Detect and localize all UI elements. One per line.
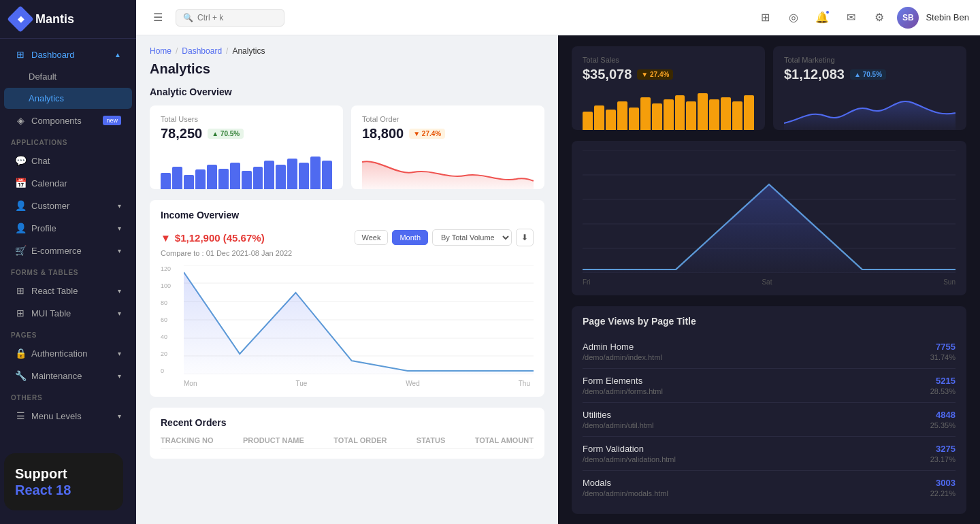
pv-url: /demo/admin/util.html	[583, 421, 654, 429]
pv-count: 4848	[930, 410, 956, 420]
support-widget[interactable]: Support React 18	[4, 453, 123, 510]
dark-stat-card-marketing: Total Marketing $1,12,083 ▲ 70.5%	[773, 46, 966, 130]
chevron-down-icon: ▾	[118, 350, 121, 357]
sidebar-item-calendar[interactable]: 📅 Calendar	[4, 172, 132, 194]
sidebar-item-label: Analytics	[29, 93, 64, 103]
settings-button[interactable]: ⚙	[868, 7, 890, 29]
month-button[interactable]: Month	[392, 230, 428, 245]
sidebar-item-maintenance[interactable]: 🔧 Maintenance ▾	[4, 365, 132, 387]
sidebar-item-label: Customer	[31, 201, 69, 211]
chevron-down-icon: ▾	[118, 247, 121, 255]
sidebar-item-analytics[interactable]: Analytics	[4, 88, 132, 109]
x-label: Tue	[295, 380, 307, 387]
sidebar-item-react-table[interactable]: ⊞ React Table ▾	[4, 280, 132, 301]
pv-pct: 23.17%	[930, 455, 956, 463]
topnav-left: ☰ 🔍	[147, 7, 284, 29]
sales-chart	[583, 89, 754, 130]
menu-toggle-button[interactable]: ☰	[147, 7, 169, 29]
download-button[interactable]: ⬇	[516, 229, 534, 246]
chevron-down-icon: ▾	[118, 287, 121, 295]
bar	[652, 103, 662, 130]
logo-icon: ◆	[7, 5, 34, 33]
bar	[184, 175, 194, 189]
bar	[172, 167, 182, 189]
breadcrumb-dashboard[interactable]: Dashboard	[182, 46, 222, 56]
bar	[195, 169, 206, 189]
order-chart	[362, 148, 534, 189]
sidebar-item-components[interactable]: ◈ Components new	[4, 110, 132, 131]
chevron-down-icon: ▾	[118, 310, 121, 317]
sidebar-item-profile[interactable]: 👤 Profile ▾	[4, 217, 132, 239]
week-button[interactable]: Week	[355, 230, 389, 245]
bar	[698, 93, 708, 130]
profile-icon: 👤	[15, 223, 26, 233]
dark-stat-label-marketing: Total Marketing	[784, 56, 956, 64]
sidebar-item-ecommerce[interactable]: 🛒 E-commerce ▾	[4, 240, 132, 261]
stats-row: Total Users 78,250 ▲ 70.5%	[150, 105, 544, 189]
notifications-button[interactable]: 🔔	[811, 7, 833, 29]
x-label: Wed	[406, 380, 419, 387]
section-title-overview: Analytic Overview	[150, 86, 544, 97]
income-section-title: Income Overview	[161, 210, 534, 220]
income-value: ▼ $1,12,900 (45.67%)	[161, 232, 265, 244]
user-circle-button[interactable]: ◎	[783, 7, 804, 29]
main-area: ☰ 🔍 ⊞ ◎ 🔔 ✉ ⚙ SB Stebin Ben Home /	[136, 0, 980, 524]
sidebar-item-customer[interactable]: 👤 Customer ▾	[4, 195, 132, 216]
bar	[686, 101, 696, 130]
x-label: Mon	[184, 380, 197, 387]
search-input[interactable]	[197, 13, 265, 22]
sidebar-item-label: Chat	[31, 156, 50, 166]
dark-x-axis: Fri Sat Sun	[583, 278, 956, 286]
volume-select[interactable]: By Total Volume	[432, 229, 512, 246]
breadcrumb-current: Analytics	[232, 46, 265, 56]
y-label: 40	[161, 333, 181, 340]
income-chart-container: 120 100 80 60 40 20 0	[161, 265, 534, 387]
y-label: 100	[161, 282, 181, 289]
bar	[264, 161, 274, 189]
apps-button[interactable]: ⊞	[754, 7, 776, 29]
sidebar-item-menu-levels[interactable]: ☰ Menu Levels ▾	[4, 405, 132, 427]
y-axis: 120 100 80 60 40 20 0	[161, 265, 181, 374]
chart-controls: Week Month By Total Volume ⬇	[355, 229, 534, 246]
bar	[617, 101, 627, 130]
sidebar-item-label: Menu Levels	[31, 411, 82, 421]
breadcrumb: Home / Dashboard / Analytics	[150, 46, 544, 56]
section-label-others: Others	[0, 387, 136, 404]
x-label: Fri	[583, 278, 591, 286]
x-label: Sat	[762, 278, 772, 286]
bar	[709, 99, 719, 130]
pv-url: /demo/admin/forms.html	[583, 387, 663, 395]
pv-title: Utilities	[583, 410, 654, 420]
recent-orders-title: Recent Orders	[161, 417, 534, 428]
col-amount: TOTAL AMOUNT	[475, 436, 534, 444]
col-product: PRODUCT NAME	[243, 436, 304, 444]
table-icon: ⊞	[15, 285, 26, 296]
notification-badge	[825, 10, 830, 15]
page-views-card: Page Views by Page Title Admin Home /dem…	[572, 306, 966, 514]
right-panel: Total Sales $35,078 ▼ 27.4%	[558, 35, 980, 524]
sidebar-item-default[interactable]: Default	[4, 66, 132, 87]
mail-button[interactable]: ✉	[840, 7, 862, 29]
bar	[322, 161, 332, 189]
pv-title: Form Validation	[583, 444, 676, 454]
dark-stat-card-sales: Total Sales $35,078 ▼ 27.4%	[572, 46, 765, 130]
stat-label-users: Total Users	[161, 115, 332, 123]
bar	[629, 108, 639, 130]
pv-title: Modals	[583, 478, 668, 488]
bar	[253, 167, 263, 189]
search-bar[interactable]: 🔍	[176, 9, 284, 27]
col-total-order: TOTAL ORDER	[333, 436, 387, 444]
sidebar-item-chat[interactable]: 💬 Chat	[4, 150, 132, 171]
bar	[230, 163, 240, 189]
pv-url: /demo/admin/index.html	[583, 353, 662, 361]
income-chart-area: 120 100 80 60 40 20 0	[161, 265, 534, 377]
sidebar-item-dashboard[interactable]: ⊞ Dashboard ▲	[4, 44, 132, 65]
breadcrumb-home[interactable]: Home	[150, 46, 172, 56]
search-icon: 🔍	[183, 13, 193, 22]
breadcrumb-sep1: /	[176, 46, 178, 56]
sidebar-item-mui-table[interactable]: ⊞ MUI Table ▾	[4, 302, 132, 324]
table-icon: ⊞	[15, 308, 26, 318]
sidebar-item-label: Dashboard	[31, 50, 75, 60]
sidebar-item-authentication[interactable]: 🔒 Authentication ▾	[4, 342, 132, 364]
pv-pct: 31.74%	[930, 353, 956, 361]
